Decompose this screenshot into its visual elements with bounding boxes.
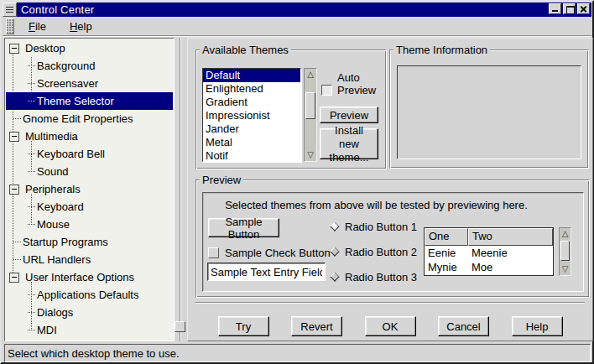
sample-table[interactable]: One Two Eenie Meenie Mynie Moe bbox=[424, 227, 554, 276]
auto-preview-label: Auto Preview bbox=[337, 71, 384, 96]
sample-check-label: Sample Check Button bbox=[225, 247, 331, 259]
tree-item-startup-programs[interactable]: Startup Programs bbox=[6, 233, 173, 251]
try-button[interactable]: Try bbox=[218, 316, 269, 336]
sample-checkbox[interactable] bbox=[208, 247, 219, 258]
menu-help[interactable]: Help bbox=[63, 18, 99, 34]
minimize-button[interactable] bbox=[549, 3, 561, 14]
install-new-theme-button[interactable]: Install new theme... bbox=[320, 128, 378, 159]
group-title: Available Themes bbox=[200, 44, 291, 56]
group-title: Theme Information bbox=[393, 44, 490, 56]
theme-item-metal[interactable]: Metal bbox=[203, 136, 300, 149]
tree-item-keyboard-bell[interactable]: Keyboard Bell bbox=[6, 145, 173, 163]
radio-button-1[interactable]: Radio Button 1 bbox=[331, 221, 417, 232]
radio-button-3[interactable]: Radio Button 3 bbox=[331, 271, 417, 283]
tree-item-dialogs[interactable]: Dialogs bbox=[6, 304, 173, 321]
menu-file[interactable]: File bbox=[22, 18, 53, 34]
table-row[interactable]: Mynie Moe bbox=[425, 260, 553, 274]
sample-button[interactable]: Sample Button bbox=[208, 218, 279, 237]
preview-button[interactable]: Preview bbox=[320, 107, 378, 123]
preview-frame: Selected themes from above will be teste… bbox=[202, 192, 584, 292]
tree-item-screensaver[interactable]: Screensaver bbox=[6, 75, 173, 92]
pane-splitter bbox=[175, 38, 186, 341]
menubar: File Help bbox=[3, 17, 591, 36]
status-text: Select which desktop theme to use. bbox=[8, 347, 180, 360]
radio-diamond-icon[interactable] bbox=[330, 221, 339, 231]
category-tree: Desktop Background Screensaver Theme Sel… bbox=[4, 38, 175, 341]
tree-item-keyboard[interactable]: Keyboard bbox=[6, 198, 173, 216]
tree-item-sound[interactable]: Sound bbox=[6, 163, 173, 180]
maximize-button[interactable] bbox=[563, 3, 576, 14]
menu-drag-handle[interactable] bbox=[6, 18, 14, 34]
titlebar: Control Center bbox=[3, 3, 591, 17]
theme-list[interactable]: Default Enlightened Gradient Impressioni… bbox=[202, 68, 301, 162]
help-button[interactable]: Help bbox=[512, 316, 563, 336]
window-menu-button[interactable] bbox=[3, 3, 17, 17]
tree-item-mouse[interactable]: Mouse bbox=[6, 216, 173, 233]
expander-minus-icon[interactable] bbox=[9, 273, 19, 283]
radio-button-2[interactable]: Radio Button 2 bbox=[331, 246, 417, 257]
revert-button[interactable]: Revert bbox=[291, 316, 342, 336]
tree-item-theme-selector[interactable]: Theme Selector bbox=[6, 92, 173, 110]
action-separator bbox=[195, 302, 585, 304]
tree-item-url-handlers[interactable]: URL Handlers bbox=[6, 251, 173, 268]
titlebar-drag-area[interactable]: Control Center bbox=[17, 3, 591, 17]
close-button[interactable] bbox=[577, 3, 590, 14]
scroll-down-icon[interactable]: ▽ bbox=[305, 149, 316, 161]
radio-diamond-icon[interactable] bbox=[330, 247, 339, 256]
auto-preview-checkbox[interactable] bbox=[321, 85, 332, 96]
scroll-down-icon[interactable]: ▽ bbox=[560, 263, 571, 275]
control-center-window: Control Center File Help Desktop Bac bbox=[0, 0, 594, 364]
status-bar: Select which desktop theme to use. bbox=[4, 344, 591, 362]
theme-information-group: Theme Information bbox=[389, 49, 589, 169]
table-header-two[interactable]: Two bbox=[468, 228, 553, 246]
theme-item-default[interactable]: Default bbox=[203, 69, 300, 82]
theme-list-scrollbar[interactable]: △ ▽ bbox=[304, 68, 317, 162]
action-buttons: Try Revert OK Cancel Help bbox=[195, 316, 585, 337]
radio-diamond-icon[interactable] bbox=[330, 272, 339, 281]
sample-text-entry[interactable] bbox=[207, 263, 326, 281]
pane-splitter-handle[interactable] bbox=[175, 321, 185, 332]
window-menu-icon bbox=[6, 7, 13, 14]
tree-item-background[interactable]: Background bbox=[6, 57, 173, 75]
tree-item-peripherals[interactable]: Peripherals bbox=[6, 180, 173, 198]
available-themes-group: Available Themes Default Enlightened Gra… bbox=[195, 49, 387, 169]
expander-minus-icon[interactable] bbox=[9, 132, 19, 142]
scrollbar-thumb[interactable] bbox=[560, 241, 570, 261]
preview-caption: Selected themes from above will be teste… bbox=[203, 199, 550, 211]
theme-item-jander[interactable]: Jander bbox=[203, 122, 300, 136]
window-title: Control Center bbox=[21, 3, 94, 16]
expander-minus-icon[interactable] bbox=[9, 185, 19, 195]
sample-table-scrollbar[interactable]: △ ▽ bbox=[559, 227, 571, 276]
ok-button[interactable]: OK bbox=[365, 316, 416, 336]
table-header-one[interactable]: One bbox=[425, 228, 468, 246]
theme-item-notif[interactable]: Notif bbox=[203, 149, 300, 162]
theme-item-enlightened[interactable]: Enlightened bbox=[203, 82, 300, 96]
theme-information-box bbox=[397, 65, 581, 159]
cancel-button[interactable]: Cancel bbox=[438, 316, 489, 336]
theme-selector-panel: Available Themes Default Enlightened Gra… bbox=[187, 38, 593, 341]
tree-item-desktop[interactable]: Desktop bbox=[6, 39, 173, 57]
scrollbar-thumb[interactable] bbox=[305, 92, 315, 119]
table-row[interactable]: Eenie Meenie bbox=[425, 246, 553, 260]
theme-item-impressionist[interactable]: Impressionist bbox=[203, 109, 300, 122]
group-title: Preview bbox=[200, 174, 243, 186]
theme-item-gradient[interactable]: Gradient bbox=[203, 96, 300, 109]
tree-item-mdi[interactable]: MDI bbox=[6, 321, 173, 339]
preview-group: Preview Selected themes from above will … bbox=[195, 179, 590, 298]
tree-item-multimedia[interactable]: Multimedia bbox=[6, 127, 173, 145]
tree-item-applications-defaults[interactable]: Applications Defaults bbox=[6, 286, 173, 304]
tree-item-user-interface-options[interactable]: User Interface Options bbox=[6, 268, 173, 286]
tree-item-gnome-edit-properties[interactable]: Gnome Edit Properties bbox=[6, 110, 173, 127]
scroll-up-icon[interactable]: △ bbox=[560, 228, 571, 240]
expander-minus-icon[interactable] bbox=[9, 44, 19, 54]
scroll-up-icon[interactable]: △ bbox=[305, 69, 316, 81]
